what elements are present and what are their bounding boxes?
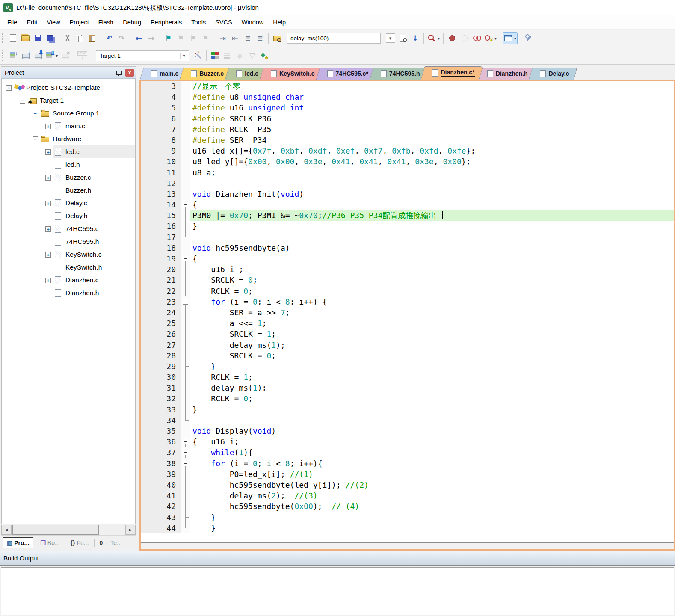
tree-item-hardware[interactable]: −Hardware: [2, 133, 135, 145]
build-button[interactable]: [19, 50, 32, 62]
toolbar-grip[interactable]: [2, 33, 5, 43]
editor-tab-dianzhen-c-[interactable]: Dianzhen.c*: [423, 66, 481, 80]
kill-breakpoints-button[interactable]: ▾: [483, 32, 498, 44]
fold-minus-icon[interactable]: −: [183, 461, 188, 466]
code-text[interactable]: { u16 i;: [190, 436, 674, 447]
menu-item-flash[interactable]: Flash: [94, 17, 118, 27]
editor-tab-74hc595-h[interactable]: 74HC595.h: [371, 68, 427, 80]
editor-horizontal-scrollbar[interactable]: [141, 542, 674, 549]
fold-collapse-control[interactable]: −: [181, 199, 190, 210]
cut-button[interactable]: [61, 32, 74, 44]
editor-tab-led-c[interactable]: led.c: [227, 68, 265, 80]
pin-icon[interactable]: [116, 70, 121, 75]
code-text[interactable]: void Display(void): [190, 426, 674, 436]
code-text[interactable]: for (i = 0; i < 8; i++){: [190, 458, 674, 469]
fold-minus-icon[interactable]: −: [183, 256, 188, 261]
tree-item-project-stc32-template[interactable]: −Project: STC32-Template: [2, 81, 135, 94]
fold-collapse-control[interactable]: −: [181, 296, 190, 307]
menu-item-help[interactable]: Help: [268, 17, 290, 27]
code-text[interactable]: u16 i ;: [190, 264, 674, 275]
fold-minus-icon[interactable]: −: [183, 299, 188, 305]
match-options-dropdown[interactable]: ▾: [384, 32, 397, 44]
tree-item-keyswitch-h[interactable]: KeySwitch.h: [2, 261, 135, 274]
code-text[interactable]: u16 led_x[]={0x7f, 0xbf, 0xdf, 0xef, 0xf…: [190, 145, 674, 156]
fold-minus-icon[interactable]: −: [183, 439, 188, 444]
code-text[interactable]: for (i = 0; i < 8; i++) {: [190, 296, 674, 307]
project-window-button[interactable]: ▾: [503, 32, 518, 44]
clean-button[interactable]: [59, 50, 71, 62]
manage-books-button[interactable]: [221, 50, 234, 62]
target-select-combobox[interactable]: Target 1▾: [96, 50, 189, 61]
open-file-button[interactable]: [19, 32, 32, 44]
code-editor[interactable]: 3//显示一个零4#define u8 unsigned char5#defin…: [141, 81, 674, 542]
code-text[interactable]: }: [190, 404, 674, 415]
redo-button[interactable]: ↷: [115, 32, 128, 44]
menu-item-debug[interactable]: Debug: [118, 17, 146, 27]
code-text[interactable]: P0=led_x[i]; //(1): [190, 469, 674, 480]
fold-collapse-control[interactable]: −: [181, 253, 190, 264]
uncomment-button[interactable]: ≣: [254, 32, 266, 44]
expander-minus-icon[interactable]: −: [33, 136, 38, 142]
tree-item-buzzer-c[interactable]: +Buzzer.c: [2, 171, 135, 184]
clear-bookmarks-button[interactable]: ⚑: [199, 32, 212, 44]
find-in-files-button[interactable]: [271, 32, 283, 44]
menu-item-peripherals[interactable]: Peripherals: [146, 17, 187, 27]
tree-item-target-1[interactable]: −Target 1: [2, 94, 135, 107]
code-text[interactable]: delay_ms(1);: [190, 382, 674, 393]
code-text[interactable]: SRCLK = 0;: [190, 275, 674, 285]
tree-item-delay-h[interactable]: Delay.h: [2, 210, 135, 222]
code-text[interactable]: SRCLK = 1;: [190, 329, 674, 339]
code-text[interactable]: }: [190, 221, 674, 231]
fold-minus-icon[interactable]: −: [183, 450, 188, 455]
tree-item-led-h[interactable]: led.h: [2, 158, 135, 171]
expander-plus-icon[interactable]: +: [45, 149, 51, 155]
code-text[interactable]: #define RCLK P35: [190, 124, 674, 135]
chevron-down-icon[interactable]: ▾: [438, 36, 440, 41]
code-text[interactable]: #define u16 unsigned int: [190, 102, 674, 113]
editor-tab-dianzhen-h[interactable]: Dianzhen.h: [478, 68, 535, 80]
copy-button[interactable]: [74, 32, 86, 44]
fold-collapse-control[interactable]: −: [181, 458, 190, 469]
fold-collapse-control[interactable]: −: [181, 436, 190, 447]
code-text[interactable]: }: [190, 523, 674, 533]
tree-item-dianzhen-h[interactable]: Dianzhen.h: [2, 287, 135, 299]
menu-item-edit[interactable]: Edit: [22, 17, 42, 27]
expander-minus-icon[interactable]: −: [33, 111, 38, 116]
disable-breakpoints-button[interactable]: [471, 32, 483, 44]
expander-minus-icon[interactable]: −: [6, 85, 12, 91]
insert-breakpoint-button[interactable]: [446, 32, 458, 44]
code-text[interactable]: }: [190, 512, 674, 523]
expander-plus-icon[interactable]: +: [45, 124, 51, 129]
expander-plus-icon[interactable]: +: [45, 175, 51, 181]
editor-tab-main-c[interactable]: main.c: [142, 68, 185, 80]
build-output-pane[interactable]: [1, 567, 674, 615]
code-text[interactable]: void Dianzhen_Init(void): [190, 189, 674, 199]
unindent-button[interactable]: ⇤: [229, 32, 241, 44]
fold-collapse-control[interactable]: −: [181, 447, 190, 458]
toolbar-grip[interactable]: [2, 50, 5, 61]
navigate-forward-button[interactable]: →: [145, 32, 157, 44]
indent-button[interactable]: ⇥: [216, 32, 229, 44]
chevron-down-icon[interactable]: ▾: [56, 53, 58, 58]
code-text[interactable]: hc595sendbyte(0x00); // (4): [190, 501, 674, 512]
rebuild-button[interactable]: [32, 50, 44, 62]
editor-tab-delay-c[interactable]: Delay.c: [530, 68, 576, 80]
manage-components-button[interactable]: ◆: [234, 50, 246, 62]
comment-button[interactable]: ≣: [241, 32, 254, 44]
save-button[interactable]: [32, 32, 44, 44]
panel-tab-te[interactable]: 0→Te...: [96, 538, 125, 548]
tree-item-delay-c[interactable]: +Delay.c: [2, 197, 135, 210]
code-text[interactable]: a <<= 1;: [190, 318, 674, 329]
tree-item-led-c[interactable]: +led.c: [2, 145, 135, 158]
tree-item-buzzer-h[interactable]: Buzzer.h: [2, 184, 135, 197]
code-text[interactable]: #define u8 unsigned char: [190, 92, 674, 102]
chevron-down-icon[interactable]: ▾: [514, 36, 516, 41]
code-text[interactable]: RCLK = 0;: [190, 286, 674, 296]
editor-tab-keyswitch-c[interactable]: KeySwitch.c: [261, 68, 321, 80]
tree-item-source-group-1[interactable]: −Source Group 1: [2, 107, 135, 120]
code-text[interactable]: P3M0 |= 0x70; P3M1 &= ~0x70;//P36 P35 P3…: [190, 210, 674, 221]
scroll-thumb[interactable]: [12, 525, 99, 535]
paste-button[interactable]: [86, 32, 98, 44]
find-text-combobox[interactable]: delay_ms(100): [287, 33, 381, 44]
translate-button[interactable]: [7, 50, 19, 62]
